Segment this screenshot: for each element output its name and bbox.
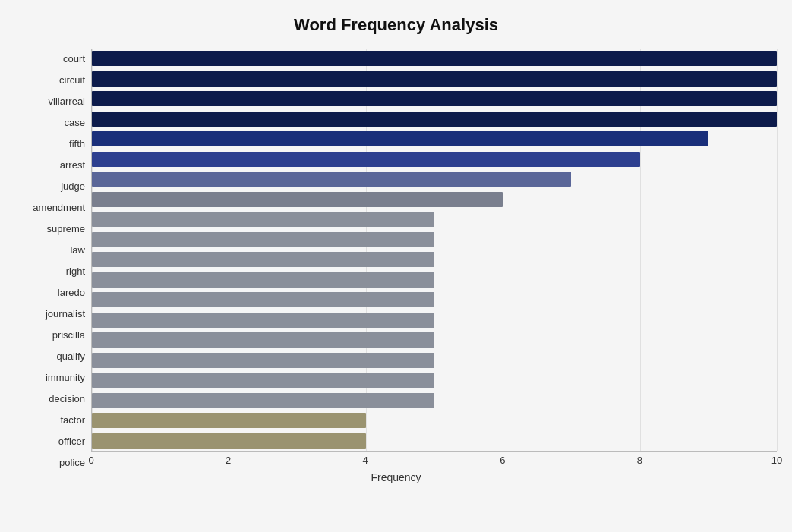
y-label-laredo: laredo xyxy=(15,282,85,304)
bar-row-right xyxy=(92,250,777,270)
bar-row-priscilla xyxy=(92,310,777,331)
bars-area xyxy=(91,49,777,452)
bar-row-case xyxy=(92,109,777,130)
bar-right xyxy=(92,252,434,267)
bar-row-court xyxy=(92,49,777,69)
y-label-police: police xyxy=(15,452,85,474)
bar-row-supreme xyxy=(92,209,777,230)
chart-title: Word Frequency Analysis xyxy=(15,15,777,35)
bar-police xyxy=(92,433,366,449)
bar-law xyxy=(92,232,434,247)
bar-row-villarreal xyxy=(92,89,777,109)
y-label-circuit: circuit xyxy=(15,70,85,91)
bar-immunity xyxy=(92,353,434,368)
y-label-decision: decision xyxy=(15,389,85,410)
x-tick-0: 0 xyxy=(88,455,93,466)
bar-row-journalist xyxy=(92,290,777,310)
x-tick-10: 10 xyxy=(771,455,782,466)
x-tick-8: 8 xyxy=(637,455,642,466)
bar-officer xyxy=(92,413,366,428)
y-label-supreme: supreme xyxy=(15,219,85,240)
bar-row-immunity xyxy=(92,351,777,371)
bar-laredo xyxy=(92,272,434,288)
bar-qualify xyxy=(92,332,434,348)
bar-row-arrest xyxy=(92,150,777,170)
bar-arrest xyxy=(92,152,640,167)
bar-row-laredo xyxy=(92,270,777,291)
y-label-right: right xyxy=(15,261,85,282)
bar-row-law xyxy=(92,230,777,250)
y-label-journalist: journalist xyxy=(15,304,85,325)
bar-row-judge xyxy=(92,169,777,190)
bar-amendment xyxy=(92,192,503,207)
bar-factor xyxy=(92,393,434,408)
y-label-arrest: arrest xyxy=(15,155,85,176)
y-label-factor: factor xyxy=(15,410,85,431)
bar-row-qualify xyxy=(92,330,777,351)
bar-circuit xyxy=(92,71,777,87)
bar-journalist xyxy=(92,292,434,307)
bar-supreme xyxy=(92,212,434,227)
bar-court xyxy=(92,51,777,66)
y-axis: courtcircuitvillarrealcasefiftharrestjud… xyxy=(15,49,91,452)
x-tick-4: 4 xyxy=(363,455,368,466)
bar-row-circuit xyxy=(92,69,777,90)
y-label-immunity: immunity xyxy=(15,367,85,389)
y-label-court: court xyxy=(15,49,85,70)
y-label-priscilla: priscilla xyxy=(15,325,85,346)
bar-row-fifth xyxy=(92,129,777,150)
y-label-officer: officer xyxy=(15,431,85,452)
x-tick-2: 2 xyxy=(226,455,231,466)
bar-row-amendment xyxy=(92,190,777,210)
bar-row-factor xyxy=(92,391,777,411)
bar-fifth xyxy=(92,131,708,146)
y-label-case: case xyxy=(15,112,85,134)
bar-decision xyxy=(92,373,434,388)
bar-priscilla xyxy=(92,313,434,328)
x-tick-6: 6 xyxy=(500,455,505,466)
bar-judge xyxy=(92,172,571,187)
bar-row-officer xyxy=(92,411,777,431)
x-axis: 0246810 xyxy=(15,455,777,470)
bar-row-police xyxy=(92,431,777,452)
y-label-amendment: amendment xyxy=(15,197,85,219)
bar-case xyxy=(92,112,777,127)
chart-container: Word Frequency Analysis courtcircuitvill… xyxy=(0,0,792,532)
y-label-law: law xyxy=(15,240,85,261)
x-axis-title: Frequency xyxy=(15,471,777,483)
y-label-villarreal: villarreal xyxy=(15,91,85,112)
y-label-fifth: fifth xyxy=(15,134,85,155)
y-label-qualify: qualify xyxy=(15,346,85,367)
grid-line-10 xyxy=(777,49,778,451)
y-label-judge: judge xyxy=(15,176,85,197)
bar-villarreal xyxy=(92,91,777,106)
bar-row-decision xyxy=(92,370,777,391)
